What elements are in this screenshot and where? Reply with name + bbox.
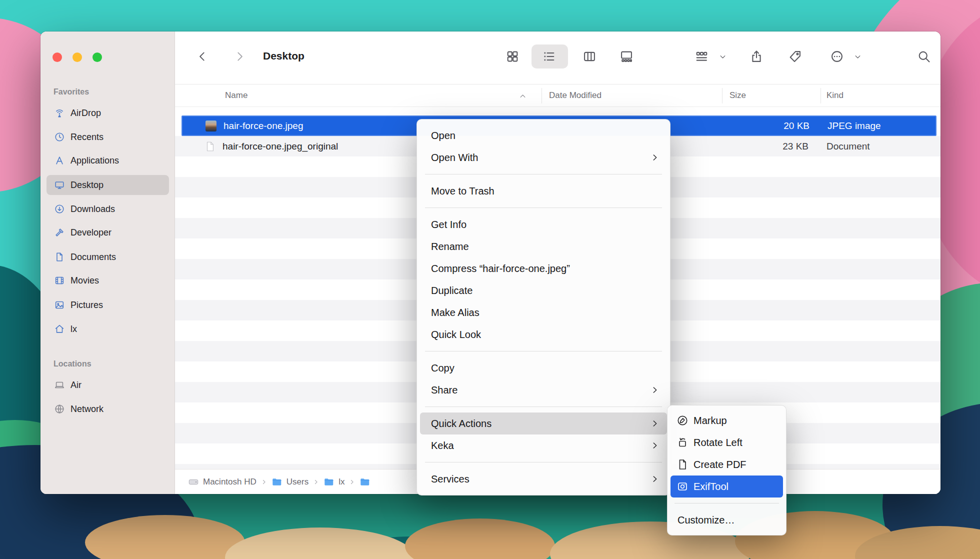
submenu-item-create-pdf[interactable]: Create PDF [670, 454, 783, 476]
sidebar-item-label: Desktop [70, 180, 104, 190]
column-header-size[interactable]: Size [730, 90, 746, 100]
menu-item-keka[interactable]: Keka [420, 434, 667, 456]
menu-item-label: Duplicate [431, 285, 472, 296]
submenu-item-markup[interactable]: Markup [670, 410, 783, 432]
sidebar-section-favorites: Favorites [54, 88, 89, 96]
column-divider[interactable] [542, 88, 542, 104]
downloads-icon [54, 204, 65, 214]
menu-item-rename[interactable]: Rename [420, 236, 667, 258]
menu-separator [674, 503, 779, 504]
menu-item-label: Quick Look [431, 329, 481, 340]
menu-item-quick-look[interactable]: Quick Look [420, 324, 667, 346]
column-header-row: Name Date Modified Size Kind [175, 84, 940, 107]
exiftool-icon [676, 480, 688, 492]
search-icon [917, 50, 931, 64]
menu-item-open[interactable]: Open [420, 124, 667, 146]
path-segment-folder[interactable] [360, 476, 370, 488]
sidebar-item-developer[interactable]: Developer [46, 222, 169, 242]
zoom-button[interactable] [92, 52, 102, 62]
sidebar-section-locations: Locations [54, 360, 92, 368]
menu-item-quick-actions[interactable]: Quick Actions [420, 412, 667, 434]
menu-item-label: Share [431, 384, 458, 396]
sidebar-item-lx[interactable]: lx [46, 319, 169, 339]
menu-item-services[interactable]: Services [420, 468, 667, 490]
path-segment-macintosh-hd[interactable]: Macintosh HD [188, 476, 256, 488]
group-chevron[interactable] [718, 48, 727, 64]
menu-item-share[interactable]: Share [420, 379, 667, 401]
sidebar-item-movies[interactable]: Movies [46, 270, 169, 290]
file-size: 23 KB [722, 141, 808, 152]
document-icon [54, 252, 65, 262]
column-divider[interactable] [722, 88, 722, 104]
sidebar-item-desktop[interactable]: Desktop [46, 175, 169, 195]
submenu-item-exiftool[interactable]: ExifTool [670, 476, 783, 498]
back-button[interactable] [194, 48, 210, 64]
more-chevron[interactable] [853, 48, 862, 64]
submenu-item-label: Customize… [678, 514, 734, 526]
gallery-view-button[interactable] [618, 48, 634, 64]
sidebar-item-label: Applications [70, 156, 119, 166]
sidebar-item-label: Developer [70, 228, 112, 238]
submenu-item-label: Markup [694, 415, 727, 426]
grid-view-icon [506, 50, 520, 64]
minimize-button[interactable] [72, 52, 82, 62]
list-view-icon [542, 50, 556, 64]
airdrop-icon [54, 108, 65, 118]
group-button[interactable] [694, 48, 710, 64]
chevron-right-icon [233, 50, 246, 63]
tag-button[interactable] [787, 48, 803, 64]
sidebar-item-label: Movies [70, 276, 99, 286]
menu-item-get-info[interactable]: Get Info [420, 214, 667, 236]
share-button[interactable] [748, 48, 764, 64]
sidebar-item-applications[interactable]: Applications [46, 150, 169, 170]
submenu-item-label: Rotate Left [694, 437, 742, 448]
menu-item-label: Compress “hair-force-one.jpeg” [431, 263, 570, 274]
sidebar-item-label: lx [70, 324, 77, 334]
icon-view-button[interactable] [504, 48, 520, 64]
share-icon [750, 50, 764, 64]
path-segment-lx[interactable]: lx [324, 476, 344, 488]
menu-item-make-alias[interactable]: Make Alias [420, 302, 667, 324]
sidebar-item-downloads[interactable]: Downloads [46, 199, 169, 219]
gallery-view-icon [620, 50, 634, 64]
sidebar-item-label: Recents [70, 132, 104, 142]
menu-separator [425, 208, 662, 208]
more-options-button[interactable] [829, 48, 845, 64]
path-segment-users[interactable]: Users [272, 476, 308, 488]
chevron-left-icon [196, 50, 209, 63]
menu-separator [425, 174, 662, 174]
rotate-left-icon [676, 436, 688, 448]
sidebar-item-airdrop[interactable]: AirDrop [46, 103, 169, 123]
sidebar-item-pictures[interactable]: Pictures [46, 295, 169, 315]
menu-item-open-with[interactable]: Open With [420, 146, 667, 168]
column-header-kind[interactable]: Kind [826, 90, 844, 100]
column-view-icon [582, 50, 596, 64]
sidebar-item-air[interactable]: Air [46, 375, 169, 395]
menu-item-label: Get Info [431, 219, 466, 230]
close-button[interactable] [52, 52, 62, 62]
path-separator-icon [349, 479, 355, 485]
context-menu: Open Open With Move to Trash Get Info Re… [416, 119, 670, 496]
column-view-button[interactable] [582, 48, 598, 64]
window-title: Desktop [263, 50, 304, 62]
sidebar-item-documents[interactable]: Documents [46, 247, 169, 267]
column-divider[interactable] [820, 88, 821, 104]
tag-icon [788, 50, 802, 64]
sidebar-item-recents[interactable]: Recents [46, 127, 169, 147]
menu-item-duplicate[interactable]: Duplicate [420, 280, 667, 302]
menu-item-move-to-trash[interactable]: Move to Trash [420, 180, 667, 202]
sidebar-item-network[interactable]: Network [46, 399, 169, 419]
submenu-item-rotate-left[interactable]: Rotate Left [670, 432, 783, 454]
menu-item-label: Open [431, 130, 456, 142]
submenu-item-customize[interactable]: Customize… [670, 509, 783, 531]
menu-item-compress[interactable]: Compress “hair-force-one.jpeg” [420, 258, 667, 280]
column-header-name[interactable]: Name [225, 90, 248, 100]
search-button[interactable] [916, 48, 932, 64]
list-view-button[interactable] [541, 48, 557, 64]
submenu-chevron-icon [651, 420, 659, 428]
column-header-date-modified[interactable]: Date Modified [549, 90, 602, 100]
menu-separator [425, 406, 662, 407]
sidebar-item-label: Downloads [70, 204, 115, 214]
forward-button[interactable] [232, 48, 248, 64]
menu-item-copy[interactable]: Copy [420, 357, 667, 379]
